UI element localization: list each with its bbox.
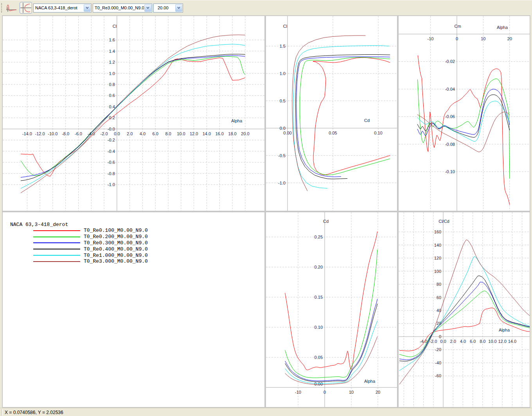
- x-tick-label: -12.0: [35, 131, 45, 136]
- axis-title: Cl/Cd: [439, 219, 449, 224]
- legend-color-swatch: [33, 261, 80, 262]
- cd-alpha-chart-panel: -10010200.000.050.100.150.200.25CdAlpha: [266, 212, 397, 407]
- cl-cd-chart-panel: 0.000.050.101.51.00.50.0-0.5-1.0ClCd: [266, 16, 397, 211]
- legend-series-label: T0_Re0.300_M0.00_N9.0: [84, 240, 148, 246]
- x-tick-label: 16.0: [216, 131, 224, 136]
- y-tick-label: 80: [437, 282, 441, 287]
- clcd-alpha-chart-panel: -4.0-2.00.02.04.06.08.010.012.014.016014…: [399, 212, 530, 407]
- axis-title: Alpha: [364, 379, 376, 384]
- x-tick-label: 0: [456, 36, 458, 41]
- x-tick-label: 4.0: [140, 131, 146, 136]
- chart-grid: -14.0-12.0-10.0-8.0-6.0-4.0-2.00.02.04.0…: [2, 15, 530, 408]
- axis-title: Alpha: [499, 328, 510, 332]
- axis-title: Alpha: [231, 118, 243, 123]
- cp-view-button[interactable]: [5, 2, 18, 14]
- y-tick-label: -0.2: [108, 138, 115, 142]
- x-tick-label: -14.0: [22, 131, 32, 136]
- y-tick-label: 1.0: [280, 71, 286, 76]
- y-tick-label: 1.6: [109, 38, 115, 42]
- legend-color-swatch: [33, 249, 80, 249]
- y-tick-label: -0.8: [108, 171, 115, 176]
- airfoil-select[interactable]: NACA 63,3-418_derot: [33, 4, 92, 13]
- x-tick-label: 6.0: [153, 131, 158, 136]
- y-tick-label: 0.25: [315, 235, 323, 239]
- legend-series-label: T0_Re1.000_M0.00_N9.0: [84, 253, 148, 258]
- series-line-re3000: [417, 112, 510, 152]
- polar-select-value: T0_Re3.000_M0.00_N9.0: [93, 5, 144, 10]
- x-tick-label: 2.0: [127, 131, 133, 136]
- y-tick-label: 0.8: [109, 82, 115, 87]
- y-tick-label: 1.4: [109, 49, 115, 54]
- legend-series-label: T0_Re0.100_M0.00_N9.0: [84, 228, 148, 233]
- x-tick-label: 20: [507, 36, 512, 41]
- y-tick-label: -20: [435, 347, 441, 352]
- series-line-re0100: [418, 56, 510, 205]
- legend-series-label: T0_Re0.400_M0.00_N9.0: [84, 246, 148, 252]
- x-tick-label: -2.0: [101, 131, 108, 136]
- alpha-select[interactable]: 20.00: [153, 4, 183, 13]
- series-line-re0300: [297, 57, 390, 177]
- y-tick-label: 0.15: [315, 295, 323, 299]
- status-bar: X = 0.0740586, Y = 2.02536: [0, 408, 532, 416]
- axis-title: Cd: [364, 118, 370, 123]
- series-line-re0400: [399, 276, 530, 361]
- x-tick-label: -6.0: [75, 131, 82, 136]
- series-line-re0400: [285, 304, 377, 382]
- legend-color-swatch: [33, 237, 80, 237]
- y-tick-label: -1.0: [108, 182, 115, 187]
- chevron-down-icon[interactable]: [175, 4, 182, 12]
- y-tick-label: -0.10: [445, 169, 455, 174]
- series-line-re0300: [21, 56, 245, 178]
- legend-color-swatch: [33, 230, 80, 231]
- x-tick-label: 12.0: [190, 131, 198, 136]
- chevron-down-icon[interactable]: [84, 4, 91, 12]
- toolbar-grip[interactable]: [1, 3, 3, 13]
- y-tick-label: 0.00: [315, 382, 323, 386]
- x-tick-label: 20: [376, 390, 380, 394]
- polar-plot-icon: [20, 2, 32, 13]
- series-line-re0100: [313, 57, 390, 175]
- x-tick-label: 10: [481, 36, 485, 41]
- series-line-re3000: [21, 35, 245, 193]
- series-line-re0200: [21, 56, 245, 176]
- y-tick-label: 1.2: [109, 60, 115, 65]
- axis-title: Cl: [113, 24, 117, 29]
- alpha-select-value: 20.00: [154, 5, 175, 10]
- x-tick-label: 8.0: [480, 339, 485, 344]
- axis-title: Cd: [323, 219, 329, 224]
- y-tick-label: 0.05: [315, 355, 323, 360]
- y-tick-label: -0.0: [108, 127, 115, 131]
- series-line-re0100: [21, 58, 245, 176]
- y-tick-label: 0.5: [280, 99, 286, 103]
- legend-series-label: T0_Re3.000_M0.00_N9.0: [84, 258, 148, 264]
- x-tick-label: 0.0: [114, 131, 120, 136]
- x-tick-label: 12.0: [498, 339, 506, 344]
- y-tick-label: 0.0: [280, 126, 286, 131]
- y-tick-label: -0.04: [445, 87, 455, 91]
- series-line-re0200: [418, 79, 510, 179]
- y-tick-label: 100: [434, 269, 441, 274]
- axis-title: Alpha: [497, 25, 508, 30]
- airfoil-select-value: NACA 63,3-418_derot: [34, 5, 83, 10]
- y-tick-label: -0.08: [445, 142, 455, 147]
- y-tick-label: -0.5: [278, 153, 286, 158]
- statusbar-separator: [1, 409, 3, 416]
- legend-color-swatch: [33, 255, 80, 256]
- legend-color-swatch: [33, 242, 80, 243]
- y-tick-label: 160: [434, 230, 441, 234]
- polar-select[interactable]: T0_Re3.000_M0.00_N9.0: [93, 4, 152, 13]
- y-tick-label: 140: [434, 243, 441, 247]
- x-tick-label: 8.0: [165, 131, 171, 136]
- y-tick-label: 0: [439, 334, 441, 339]
- x-tick-label: 0.10: [374, 131, 382, 135]
- x-tick-label: -10: [295, 390, 301, 394]
- y-tick-label: -60: [435, 373, 441, 378]
- x-tick-label: 0.0: [440, 339, 446, 344]
- x-tick-label: 2.0: [450, 339, 456, 344]
- chevron-down-icon[interactable]: [144, 4, 151, 12]
- x-tick-label: 4.0: [460, 339, 466, 344]
- cm-alpha-chart-panel: -1001020-0.02-0.04-0.06-0.08-0.10CmAlpha: [399, 16, 530, 211]
- polar-view-button[interactable]: [20, 2, 32, 14]
- x-tick-label: 10.0: [177, 131, 185, 136]
- x-tick-label: -10: [428, 36, 434, 41]
